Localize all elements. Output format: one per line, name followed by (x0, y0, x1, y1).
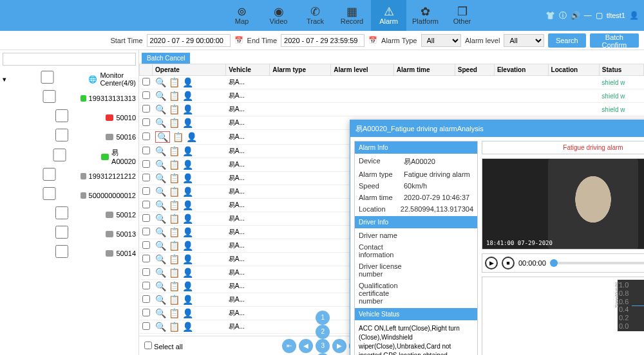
tree-root-checkbox[interactable] (9, 71, 86, 84)
search-icon[interactable]: 🔍 (155, 77, 166, 87)
search-icon[interactable]: 🔍 (155, 295, 166, 305)
row-checkbox[interactable] (142, 147, 150, 154)
user-icon[interactable]: 👤 (182, 159, 193, 170)
tree-item[interactable]: 50013 (3, 224, 136, 244)
row-checkbox[interactable] (142, 268, 150, 276)
detail-icon[interactable]: 📋 (169, 295, 180, 305)
nav-platform[interactable]: ✿Platform (408, 0, 443, 31)
detail-icon[interactable]: 📋 (169, 118, 180, 128)
page-4[interactable]: 4 (316, 353, 330, 356)
user-icon[interactable]: 👤 (182, 322, 193, 332)
page-3[interactable]: 3 (316, 339, 330, 353)
nav-video[interactable]: ◉Video (261, 0, 296, 31)
modal-title-bar[interactable]: 易A00020_Fatigue driving alarmAnalysis ✕ (350, 120, 644, 137)
user-icon[interactable]: 👤 (182, 200, 193, 210)
detail-icon[interactable]: 📋 (169, 200, 180, 210)
detail-icon[interactable]: 📋 (169, 281, 180, 291)
tree-checkbox[interactable] (21, 206, 103, 219)
stop-button[interactable]: ■ (502, 257, 515, 269)
detail-icon[interactable]: 📋 (169, 77, 180, 87)
user-icon[interactable]: 👤 (182, 281, 193, 291)
detail-icon[interactable]: 📋 (169, 187, 180, 197)
search-button[interactable]: Search (548, 33, 586, 48)
search-icon[interactable]: 🔍 (155, 173, 166, 183)
batch-cancel-button[interactable]: Batch Cancel (142, 53, 190, 64)
alarm-level-select[interactable]: All (504, 34, 544, 47)
tree-checkbox[interactable] (21, 149, 99, 161)
tree-checkbox[interactable] (21, 109, 103, 122)
user-icon[interactable]: 👤 (182, 118, 193, 128)
row-checkbox[interactable] (142, 282, 150, 289)
row-checkbox[interactable] (142, 214, 150, 222)
tree-checkbox[interactable] (21, 245, 103, 258)
start-time-input[interactable] (147, 34, 231, 47)
row-checkbox[interactable] (142, 309, 150, 316)
column-header[interactable]: Location (548, 64, 599, 76)
detail-icon[interactable]: 📋 (173, 132, 184, 142)
search-icon[interactable]: 🔍 (155, 159, 166, 170)
user-icon[interactable]: 👤 (182, 227, 193, 237)
batch-confirm-button[interactable]: Batch Confirm (590, 33, 639, 48)
info-icon[interactable]: ⓘ (559, 10, 567, 21)
pager-first[interactable]: ⇤ (282, 339, 296, 353)
detail-icon[interactable]: 📋 (169, 91, 180, 101)
pager-next[interactable]: ▶ (332, 339, 346, 353)
search-icon[interactable]: 🔍 (155, 241, 166, 251)
calendar-icon[interactable]: 📅 (234, 36, 243, 44)
play-button[interactable]: ▶ (485, 257, 498, 269)
video-preview[interactable]: 18:41:00 07-29-2020 (482, 158, 644, 250)
search-icon[interactable]: 🔍 (155, 118, 166, 128)
user-icon[interactable]: 👤 (182, 91, 193, 101)
column-header[interactable]: Alarm level (331, 64, 394, 76)
select-all[interactable]: Select all (144, 341, 183, 350)
shirt-icon[interactable]: 👕 (545, 11, 555, 20)
search-icon[interactable]: 🔍 (155, 254, 166, 264)
tree-item[interactable]: 50010 (3, 108, 136, 127)
column-header[interactable]: Alarm type (270, 64, 331, 76)
nav-other[interactable]: ❒Other (444, 0, 480, 31)
column-header[interactable]: Alarm time (393, 64, 455, 76)
collapse-icon[interactable]: ▾ (3, 75, 6, 84)
search-icon[interactable]: 🔍 (155, 281, 166, 291)
tree-item[interactable]: 50016 (3, 127, 136, 147)
user-icon[interactable]: 👤 (182, 104, 193, 114)
search-icon[interactable]: 🔍 (155, 187, 166, 197)
seek-slider[interactable] (550, 262, 644, 264)
page-1[interactable]: 1 (316, 311, 330, 325)
nav-track[interactable]: ✆Track (298, 0, 333, 31)
search-icon[interactable]: 🔍 (155, 227, 166, 237)
row-checkbox[interactable] (142, 174, 150, 181)
row-checkbox[interactable] (142, 295, 150, 303)
user-icon[interactable]: 👤 (182, 254, 193, 264)
search-icon[interactable]: 🔍 (155, 308, 166, 318)
table-row[interactable]: 🔍📋👤易A...shield w (140, 76, 644, 89)
sound-icon[interactable]: 🔊 (571, 11, 580, 20)
row-checkbox[interactable] (142, 255, 150, 262)
row-checkbox[interactable] (142, 105, 150, 113)
user-icon[interactable]: 👤 (182, 77, 193, 87)
search-icon[interactable]: 🔍 (155, 146, 166, 156)
detail-icon[interactable]: 📋 (169, 159, 180, 170)
user-icon[interactable]: 👤 (182, 308, 193, 318)
tree-checkbox[interactable] (21, 226, 103, 239)
search-icon[interactable]: 🔍 (155, 131, 170, 143)
user-icon[interactable]: 👤 (182, 146, 193, 156)
detail-icon[interactable]: 📋 (169, 173, 180, 183)
page-2[interactable]: 2 (316, 325, 330, 339)
pager-prev[interactable]: ◀ (299, 339, 313, 353)
row-checkbox[interactable] (142, 228, 150, 235)
user-icon[interactable]: 👤 (182, 268, 193, 278)
detail-icon[interactable]: 📋 (169, 254, 180, 264)
search-icon[interactable]: 🔍 (155, 322, 166, 332)
detail-icon[interactable]: 📋 (169, 322, 180, 332)
user-icon[interactable]: 👤 (182, 214, 193, 224)
end-time-input[interactable] (281, 34, 365, 47)
select-all-checkbox[interactable] (144, 341, 152, 349)
detail-icon[interactable]: 📋 (169, 146, 180, 156)
tree-search-input[interactable] (3, 53, 136, 66)
user-icon[interactable]: 👤 (182, 295, 193, 305)
tree-item[interactable]: 199313131313 (3, 89, 136, 108)
calendar-icon[interactable]: 📅 (368, 36, 377, 44)
minimize-icon[interactable]: — (584, 11, 592, 20)
detail-icon[interactable]: 📋 (169, 241, 180, 251)
